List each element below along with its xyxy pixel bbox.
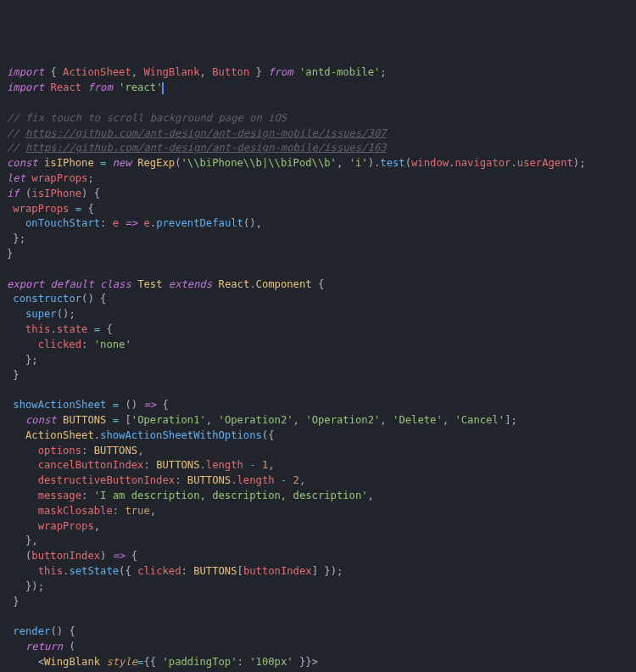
- line-opt1: options: BUTTONS,: [7, 445, 143, 456]
- line-close-if: }: [7, 248, 13, 260]
- line-close-obj: };: [7, 232, 25, 244]
- line-setstate: this.setState({ clicked: BUTTONS[buttonI…: [7, 565, 343, 577]
- line-close-show: }: [7, 596, 20, 608]
- line-ctor: constructor() {: [7, 293, 106, 305]
- line-close-ctor: }: [7, 369, 20, 381]
- line-render: render() {: [7, 625, 75, 637]
- line-close-opts: },: [7, 535, 38, 546]
- line-show-sheet: showActionSheet = () => {: [7, 399, 169, 411]
- line-2: import React from 'react': [7, 81, 164, 93]
- line-return: return (: [7, 641, 75, 652]
- keyword-import: import: [7, 66, 44, 78]
- line-ontouch: onTouchStart: e => e.preventDefault(),: [7, 217, 262, 229]
- line-1: import { ActionSheet, WingBlank, Button …: [7, 66, 387, 78]
- line-assign-wrap: wrapProps = {: [7, 203, 94, 215]
- comment-line: // https://github.com/ant-design/ant-des…: [7, 142, 387, 154]
- line-super: super();: [7, 308, 75, 320]
- line-clicked: clicked: 'none': [7, 339, 131, 350]
- line-export: export default class Test extends React.…: [7, 278, 324, 290]
- comment-line: // fix touch to scroll background page o…: [7, 112, 287, 124]
- line-let-wrap: let wrapProps;: [7, 172, 94, 184]
- line-this-state: this.state = {: [7, 323, 113, 335]
- line-if: if (isIPhone) {: [7, 188, 100, 199]
- line-as-call: ActionSheet.showActionSheetWithOptions({: [7, 429, 275, 441]
- line-opt2: cancelButtonIndex: BUTTONS.length - 1,: [7, 459, 275, 471]
- line-close-state: };: [7, 354, 38, 366]
- code-editor[interactable]: import { ActionSheet, WingBlank, Button …: [7, 65, 629, 672]
- line-opt5: maskClosable: true,: [7, 505, 156, 517]
- line-jsx1: <WingBlank style={{ 'paddingTop': '100px…: [7, 656, 318, 668]
- comment-line: // https://github.com/ant-design/ant-des…: [7, 127, 387, 139]
- line-cb: (buttonIndex) => {: [7, 550, 137, 562]
- line-buttons: const BUTTONS = ['Operation1', 'Operatio…: [7, 414, 517, 426]
- line-opt6: wrapProps,: [7, 520, 100, 532]
- line-opt4: message: 'I am description, description,…: [7, 490, 374, 501]
- line-close-cb: });: [7, 580, 44, 592]
- line-opt3: destructiveButtonIndex: BUTTONS.length -…: [7, 474, 305, 486]
- text-cursor: [162, 82, 164, 94]
- line-const-isiphone: const isIPhone = new RegExp('\\biPhone\\…: [7, 157, 586, 169]
